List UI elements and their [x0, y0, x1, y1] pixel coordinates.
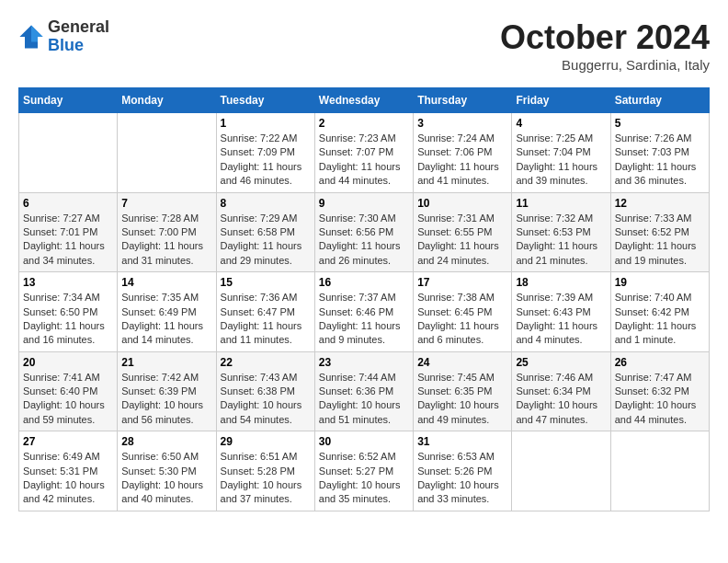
sunset: Sunset: 6:32 PM	[615, 385, 689, 396]
day-number: 26	[615, 356, 705, 369]
sunrise: Sunrise: 6:50 AM	[121, 451, 199, 462]
calendar-cell: 17 Sunrise: 7:38 AM Sunset: 6:45 PM Dayl…	[414, 272, 512, 352]
sunset: Sunset: 6:40 PM	[23, 385, 97, 396]
sunrise: Sunrise: 7:31 AM	[417, 213, 495, 224]
svg-marker-1	[31, 25, 43, 41]
day-info: Sunrise: 7:31 AM Sunset: 6:55 PM Dayligh…	[417, 212, 507, 269]
sunset: Sunset: 6:58 PM	[221, 226, 295, 237]
day-number: 31	[417, 435, 507, 448]
calendar-cell: 28 Sunrise: 6:50 AM Sunset: 5:30 PM Dayl…	[118, 431, 216, 511]
logo-blue: Blue	[48, 37, 109, 55]
sunrise: Sunrise: 7:34 AM	[23, 292, 100, 303]
sunrise: Sunrise: 6:49 AM	[23, 451, 100, 462]
sunrise: Sunrise: 7:36 AM	[221, 292, 298, 303]
calendar-cell: 29 Sunrise: 6:51 AM Sunset: 5:28 PM Dayl…	[216, 431, 314, 511]
calendar-cell: 6 Sunrise: 7:27 AM Sunset: 7:01 PM Dayli…	[19, 192, 118, 272]
weekday-header: Tuesday	[216, 88, 314, 113]
calendar-cell: 30 Sunrise: 6:52 AM Sunset: 5:27 PM Dayl…	[314, 431, 413, 511]
logo-text: General Blue	[48, 18, 109, 55]
weekday-header: Sunday	[19, 88, 118, 113]
calendar-cell: 22 Sunrise: 7:43 AM Sunset: 6:38 PM Dayl…	[216, 351, 314, 431]
sunset: Sunset: 6:43 PM	[516, 306, 590, 317]
calendar-cell: 8 Sunrise: 7:29 AM Sunset: 6:58 PM Dayli…	[216, 192, 314, 272]
daylight: Daylight: 10 hours and 54 minutes.	[221, 399, 302, 424]
calendar-cell: 19 Sunrise: 7:40 AM Sunset: 6:42 PM Dayl…	[610, 272, 709, 352]
location: Buggerru, Sardinia, Italy	[500, 57, 710, 73]
calendar-header: SundayMondayTuesdayWednesdayThursdayFrid…	[19, 88, 710, 113]
daylight: Daylight: 10 hours and 47 minutes.	[516, 399, 597, 424]
daylight: Daylight: 10 hours and 40 minutes.	[121, 479, 203, 504]
weekday-header: Wednesday	[314, 88, 413, 113]
calendar-cell: 3 Sunrise: 7:24 AM Sunset: 7:06 PM Dayli…	[414, 113, 512, 193]
day-info: Sunrise: 7:47 AM Sunset: 6:32 PM Dayligh…	[615, 371, 705, 428]
sunset: Sunset: 6:49 PM	[121, 306, 196, 317]
sunrise: Sunrise: 7:30 AM	[319, 213, 396, 224]
sunrise: Sunrise: 7:22 AM	[221, 132, 298, 144]
day-info: Sunrise: 6:52 AM Sunset: 5:27 PM Dayligh…	[319, 450, 409, 507]
day-info: Sunrise: 7:41 AM Sunset: 6:40 PM Dayligh…	[23, 371, 113, 428]
sunrise: Sunrise: 7:26 AM	[615, 132, 692, 144]
calendar-cell: 31 Sunrise: 6:53 AM Sunset: 5:26 PM Dayl…	[414, 431, 512, 511]
sunrise: Sunrise: 7:47 AM	[615, 372, 692, 383]
weekday-row: SundayMondayTuesdayWednesdayThursdayFrid…	[19, 88, 710, 113]
day-info: Sunrise: 7:33 AM Sunset: 6:52 PM Dayligh…	[615, 212, 705, 269]
daylight: Daylight: 11 hours and 16 minutes.	[23, 320, 105, 345]
sunset: Sunset: 7:00 PM	[121, 226, 196, 237]
weekday-header: Friday	[512, 88, 610, 113]
sunrise: Sunrise: 7:23 AM	[319, 132, 396, 144]
day-info: Sunrise: 7:40 AM Sunset: 6:42 PM Dayligh…	[615, 291, 705, 348]
day-info: Sunrise: 7:29 AM Sunset: 6:58 PM Dayligh…	[221, 212, 311, 269]
day-number: 9	[319, 197, 409, 210]
daylight: Daylight: 11 hours and 24 minutes.	[417, 240, 499, 265]
daylight: Daylight: 11 hours and 31 minutes.	[121, 240, 203, 265]
daylight: Daylight: 11 hours and 34 minutes.	[23, 240, 105, 265]
daylight: Daylight: 11 hours and 29 minutes.	[221, 240, 302, 265]
sunset: Sunset: 6:47 PM	[221, 306, 295, 317]
sunset: Sunset: 7:09 PM	[221, 146, 295, 157]
day-info: Sunrise: 7:24 AM Sunset: 7:06 PM Dayligh…	[417, 132, 507, 189]
daylight: Daylight: 11 hours and 36 minutes.	[615, 161, 697, 186]
day-number: 16	[319, 276, 409, 289]
day-number: 18	[516, 276, 606, 289]
calendar-cell: 16 Sunrise: 7:37 AM Sunset: 6:46 PM Dayl…	[314, 272, 413, 352]
sunset: Sunset: 6:45 PM	[417, 306, 492, 317]
calendar-cell: 24 Sunrise: 7:45 AM Sunset: 6:35 PM Dayl…	[414, 351, 512, 431]
day-info: Sunrise: 6:53 AM Sunset: 5:26 PM Dayligh…	[417, 450, 507, 507]
day-info: Sunrise: 7:42 AM Sunset: 6:39 PM Dayligh…	[121, 371, 211, 428]
day-info: Sunrise: 7:23 AM Sunset: 7:07 PM Dayligh…	[319, 132, 409, 189]
calendar-cell: 26 Sunrise: 7:47 AM Sunset: 6:32 PM Dayl…	[610, 351, 709, 431]
sunrise: Sunrise: 7:28 AM	[121, 213, 199, 224]
sunrise: Sunrise: 7:32 AM	[516, 213, 593, 224]
calendar-cell: 14 Sunrise: 7:35 AM Sunset: 6:49 PM Dayl…	[118, 272, 216, 352]
sunset: Sunset: 7:03 PM	[615, 146, 689, 157]
calendar-cell: 21 Sunrise: 7:42 AM Sunset: 6:39 PM Dayl…	[118, 351, 216, 431]
calendar-cell: 25 Sunrise: 7:46 AM Sunset: 6:34 PM Dayl…	[512, 351, 610, 431]
month-title: October 2024	[500, 18, 710, 57]
day-info: Sunrise: 7:37 AM Sunset: 6:46 PM Dayligh…	[319, 291, 409, 348]
daylight: Daylight: 11 hours and 11 minutes.	[221, 320, 302, 345]
sunset: Sunset: 6:52 PM	[615, 226, 689, 237]
day-number: 27	[23, 435, 113, 448]
daylight: Daylight: 11 hours and 14 minutes.	[121, 320, 203, 345]
day-info: Sunrise: 7:39 AM Sunset: 6:43 PM Dayligh…	[516, 291, 606, 348]
weekday-header: Monday	[118, 88, 216, 113]
day-number: 14	[121, 276, 211, 289]
calendar-cell: 23 Sunrise: 7:44 AM Sunset: 6:36 PM Dayl…	[314, 351, 413, 431]
daylight: Daylight: 10 hours and 35 minutes.	[319, 479, 401, 504]
sunset: Sunset: 7:06 PM	[417, 146, 492, 157]
calendar-cell: 10 Sunrise: 7:31 AM Sunset: 6:55 PM Dayl…	[414, 192, 512, 272]
day-number: 30	[319, 435, 409, 448]
day-number: 6	[23, 197, 113, 210]
day-info: Sunrise: 7:45 AM Sunset: 6:35 PM Dayligh…	[417, 371, 507, 428]
daylight: Daylight: 10 hours and 59 minutes.	[23, 399, 105, 424]
daylight: Daylight: 11 hours and 46 minutes.	[221, 161, 302, 186]
day-number: 19	[615, 276, 705, 289]
daylight: Daylight: 10 hours and 33 minutes.	[417, 479, 499, 504]
sunset: Sunset: 6:36 PM	[319, 385, 393, 396]
day-info: Sunrise: 7:22 AM Sunset: 7:09 PM Dayligh…	[221, 132, 311, 189]
day-info: Sunrise: 7:25 AM Sunset: 7:04 PM Dayligh…	[516, 132, 606, 189]
calendar-cell	[610, 431, 709, 511]
day-number: 15	[221, 276, 311, 289]
daylight: Daylight: 11 hours and 44 minutes.	[319, 161, 401, 186]
sunset: Sunset: 7:01 PM	[23, 226, 97, 237]
